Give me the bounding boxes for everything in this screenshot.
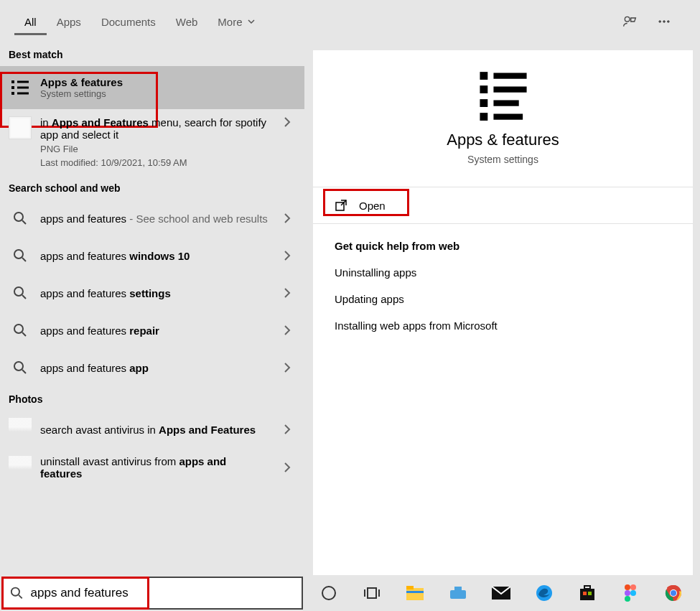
svg-rect-5 <box>11 86 14 89</box>
svg-point-56 <box>671 590 676 596</box>
svg-point-53 <box>625 596 630 602</box>
result-title: Apps & features <box>40 76 296 88</box>
web-suggestion-4[interactable]: apps and features app <box>0 349 304 386</box>
svg-point-49 <box>625 584 630 590</box>
search-icon <box>9 281 32 304</box>
chevron-right-icon[interactable] <box>279 116 296 128</box>
file-thumbnail-icon <box>9 116 32 139</box>
svg-point-1 <box>659 21 661 23</box>
svg-point-14 <box>14 287 23 296</box>
more-options-icon[interactable] <box>657 14 671 29</box>
quick-help-heading: Get quick help from web <box>313 224 693 259</box>
svg-rect-46 <box>583 592 587 595</box>
help-link-uninstalling[interactable]: Uninstalling apps <box>313 259 693 286</box>
svg-rect-40 <box>450 590 466 599</box>
open-external-icon <box>335 199 347 212</box>
photo-thumbnail-icon <box>9 418 32 441</box>
file-explorer-icon[interactable] <box>405 583 425 603</box>
svg-point-3 <box>668 21 670 23</box>
tab-web[interactable]: Web <box>166 9 208 35</box>
search-input[interactable] <box>31 586 294 600</box>
svg-rect-21 <box>480 85 487 93</box>
svg-rect-45 <box>584 586 590 589</box>
web-suggestion-text: apps and features windows 10 <box>40 250 270 262</box>
svg-point-0 <box>625 17 630 22</box>
task-view-icon[interactable] <box>362 583 382 603</box>
microsoft-store-icon[interactable] <box>577 583 597 603</box>
mail-icon[interactable] <box>491 583 511 603</box>
tab-more[interactable]: More <box>207 9 265 35</box>
cortana-icon[interactable] <box>319 583 339 603</box>
feedback-icon[interactable] <box>622 14 637 29</box>
web-suggestion-text: apps and features app <box>40 362 270 374</box>
chevron-right-icon[interactable] <box>279 287 296 299</box>
svg-point-10 <box>14 213 23 221</box>
web-suggestion-3[interactable]: apps and features repair <box>0 312 304 349</box>
section-photos: Photos <box>0 386 304 411</box>
web-suggestion-1[interactable]: apps and features windows 10 <box>0 237 304 274</box>
open-label: Open <box>359 200 386 212</box>
search-icon <box>9 207 32 230</box>
svg-rect-39 <box>406 591 424 593</box>
apps-features-large-icon <box>476 66 531 121</box>
svg-rect-27 <box>480 113 487 121</box>
photo-result-1[interactable]: uninstall avast antivirus from apps and … <box>0 448 304 487</box>
chrome-icon[interactable] <box>663 583 683 603</box>
figma-icon[interactable] <box>620 583 640 603</box>
svg-line-13 <box>22 258 26 261</box>
svg-point-31 <box>11 588 19 596</box>
web-suggestion-2[interactable]: apps and features settings <box>0 274 304 312</box>
chevron-right-icon[interactable] <box>279 362 296 373</box>
svg-rect-20 <box>480 72 487 80</box>
svg-rect-41 <box>454 587 462 590</box>
search-box[interactable] <box>1 577 303 610</box>
svg-rect-44 <box>580 589 594 600</box>
svg-rect-22 <box>480 99 487 107</box>
edge-icon[interactable] <box>534 583 554 603</box>
chevron-right-icon[interactable] <box>279 325 296 336</box>
result-file-title: in Apps and Features menu, search for sp… <box>40 116 270 141</box>
tab-apps[interactable]: Apps <box>47 9 91 35</box>
search-results-panel: Best match Apps & features System settin… <box>0 43 304 575</box>
detail-title: Apps & features <box>313 131 693 149</box>
svg-rect-47 <box>588 592 592 595</box>
help-link-installing[interactable]: Installing web apps from Microsoft <box>313 312 693 339</box>
svg-line-17 <box>22 332 26 336</box>
chevron-right-icon[interactable] <box>279 462 296 473</box>
tab-documents[interactable]: Documents <box>91 9 166 35</box>
svg-rect-6 <box>11 92 14 95</box>
chevron-right-icon[interactable] <box>279 213 296 224</box>
tab-all[interactable]: All <box>14 9 47 35</box>
svg-point-52 <box>630 590 636 596</box>
photo-result-text: search avast antivirus in Apps and Featu… <box>40 424 270 436</box>
web-suggestion-text: apps and features repair <box>40 325 270 337</box>
search-filter-tabs: All Apps Documents Web More <box>0 0 700 43</box>
svg-line-15 <box>22 295 26 299</box>
svg-point-50 <box>630 584 636 590</box>
svg-point-18 <box>14 362 23 370</box>
chevron-right-icon[interactable] <box>279 424 296 435</box>
web-suggestion-0[interactable]: apps and features - See school and web r… <box>0 200 304 237</box>
chevron-right-icon[interactable] <box>279 250 296 261</box>
search-icon <box>9 356 32 379</box>
search-icon <box>9 244 32 267</box>
detail-panel: Apps & features System settings Open Get… <box>313 50 693 575</box>
app-keyboard-icon[interactable] <box>448 583 468 603</box>
svg-point-51 <box>625 590 630 596</box>
svg-point-33 <box>322 587 335 600</box>
result-apps-and-features[interactable]: Apps & features System settings <box>0 66 304 109</box>
svg-line-19 <box>22 370 26 373</box>
photo-result-0[interactable]: search avast antivirus in Apps and Featu… <box>0 411 304 448</box>
result-file-modified: Last modified: 10/9/2021, 10:59 AM <box>40 157 270 168</box>
taskbar <box>304 575 700 611</box>
svg-rect-38 <box>406 586 414 589</box>
chevron-down-icon <box>247 17 256 26</box>
result-file-type: PNG File <box>40 144 270 154</box>
svg-rect-37 <box>406 588 424 600</box>
help-link-updating[interactable]: Updating apps <box>313 286 693 312</box>
svg-point-2 <box>663 21 666 23</box>
open-action[interactable]: Open <box>313 187 693 223</box>
result-png-file[interactable]: in Apps and Features menu, search for sp… <box>0 109 304 175</box>
list-settings-icon <box>9 76 32 99</box>
search-icon <box>9 319 32 342</box>
